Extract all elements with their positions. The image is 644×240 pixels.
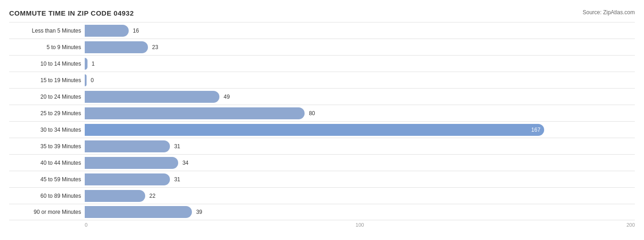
bar-fill: 23 [85, 41, 148, 53]
bar-value-label: 1 [90, 61, 95, 67]
bar-label: 5 to 9 Minutes [9, 44, 85, 50]
bar-fill: 167 [85, 124, 544, 136]
bar-row: 10 to 14 Minutes1 [9, 55, 635, 72]
bar-label: 45 to 59 Minutes [9, 176, 85, 183]
bar-track: 0 [85, 72, 635, 88]
bar-label: 25 to 29 Minutes [9, 110, 85, 117]
chart-wrapper: COMMUTE TIME IN ZIP CODE 04932 Source: Z… [9, 9, 635, 231]
bar-fill: 39 [85, 206, 192, 218]
bar-row: 15 to 19 Minutes0 [9, 72, 635, 88]
bar-row: 25 to 29 Minutes80 [9, 105, 635, 121]
x-axis-tick-label: 200 [627, 222, 635, 228]
bar-fill: 31 [85, 173, 170, 185]
chart-title: COMMUTE TIME IN ZIP CODE 04932 [9, 9, 134, 19]
bar-fill: 31 [85, 140, 170, 152]
bar-label: 15 to 19 Minutes [9, 77, 85, 84]
x-axis-tick-label: 100 [355, 222, 364, 228]
bar-value-label: 0 [89, 77, 94, 84]
x-axis-tick-label: 0 [85, 222, 87, 228]
x-axis: 0100200 [85, 222, 635, 231]
bar-row: 90 or more Minutes39 [9, 204, 635, 220]
bar-value-label: 34 [180, 160, 188, 166]
bar-row: 5 to 9 Minutes23 [9, 39, 635, 55]
bar-fill: 49 [85, 91, 219, 103]
bar-value-label: 16 [131, 28, 139, 34]
bar-value-label: 31 [172, 143, 180, 150]
bar-track: 34 [85, 155, 635, 171]
bar-track: 167 [85, 122, 635, 138]
bar-label: 90 or more Minutes [9, 209, 85, 215]
bar-value-label: 167 [529, 127, 540, 133]
bar-row: 20 to 24 Minutes49 [9, 88, 635, 105]
chart-container: Less than 5 Minutes165 to 9 Minutes2310 … [9, 22, 635, 231]
bar-value-label: 22 [147, 193, 155, 199]
bar-fill: 16 [85, 25, 129, 37]
bar-label: 20 to 24 Minutes [9, 94, 85, 100]
bar-label: 10 to 14 Minutes [9, 61, 85, 67]
bar-track: 80 [85, 105, 635, 121]
bar-label: 30 to 34 Minutes [9, 127, 85, 133]
bar-row: Less than 5 Minutes16 [9, 22, 635, 39]
bar-track: 22 [85, 188, 635, 204]
bar-value-label: 23 [150, 44, 158, 50]
bar-track: 39 [85, 204, 635, 220]
bar-fill: 34 [85, 157, 178, 169]
bar-fill: 22 [85, 190, 145, 202]
bar-fill: 80 [85, 107, 305, 119]
bars-container: Less than 5 Minutes165 to 9 Minutes2310 … [9, 22, 635, 220]
bar-fill: 1 [85, 58, 87, 70]
bar-label: Less than 5 Minutes [9, 28, 85, 34]
bar-row: 60 to 89 Minutes22 [9, 187, 635, 204]
bar-track: 49 [85, 89, 635, 105]
bar-row: 35 to 39 Minutes31 [9, 138, 635, 154]
bar-label: 40 to 44 Minutes [9, 160, 85, 166]
bar-row: 45 to 59 Minutes31 [9, 171, 635, 187]
bar-fill: 0 [85, 74, 87, 86]
bar-label: 60 to 89 Minutes [9, 193, 85, 199]
bar-track: 31 [85, 171, 635, 187]
bar-track: 16 [85, 22, 635, 39]
bar-track: 1 [85, 56, 635, 72]
bar-value-label: 39 [194, 209, 202, 215]
bar-value-label: 49 [222, 94, 229, 100]
bar-row: 40 to 44 Minutes34 [9, 154, 635, 171]
bar-track: 23 [85, 39, 635, 55]
bar-track: 31 [85, 138, 635, 154]
bar-value-label: 80 [307, 110, 315, 117]
bar-label: 35 to 39 Minutes [9, 143, 85, 150]
source-label: Source: ZipAtlas.com [583, 9, 635, 16]
bar-row: 30 to 34 Minutes167 [9, 121, 635, 138]
bar-value-label: 31 [172, 176, 180, 183]
